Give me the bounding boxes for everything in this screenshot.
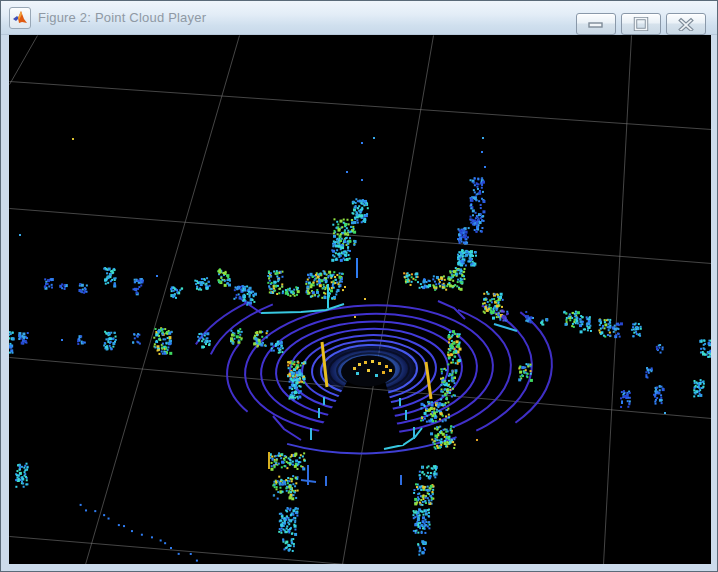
matlab-logo-glyph [12, 10, 28, 26]
point-cloud-canvas[interactable] [9, 35, 711, 564]
matlab-icon [9, 7, 31, 29]
close-button[interactable] [666, 13, 706, 35]
maximize-icon [633, 17, 649, 31]
window-title: Figure 2: Point Cloud Player [38, 10, 206, 25]
minimize-icon [587, 18, 605, 30]
close-icon [678, 17, 694, 31]
figure-window: Figure 2: Point Cloud Player [0, 0, 718, 572]
window-controls [576, 13, 706, 35]
titlebar[interactable]: Figure 2: Point Cloud Player [1, 1, 717, 35]
minimize-button[interactable] [576, 13, 616, 35]
maximize-button[interactable] [621, 13, 661, 35]
